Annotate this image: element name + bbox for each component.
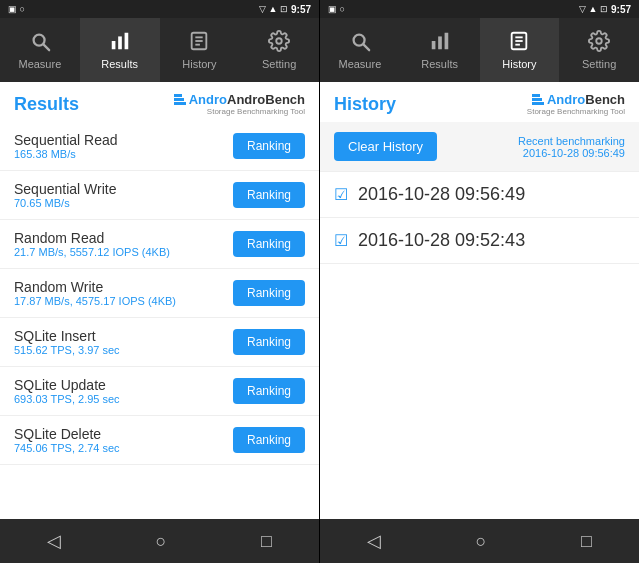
clear-history-button[interactable]: Clear History [334, 132, 437, 161]
result-sqlite-delete: SQLite Delete 745.06 TPS, 2.74 sec Ranki… [0, 416, 319, 465]
logo-brand-2: AndroBench [547, 92, 625, 107]
logo-chart-icon-2 [532, 94, 544, 105]
measure-icon-1 [29, 30, 51, 55]
result-name-3: Random Write [14, 279, 176, 295]
result-sqlite-insert: SQLite Insert 515.62 TPS, 3.97 sec Ranki… [0, 318, 319, 367]
status-time-2: 9:57 [611, 4, 631, 15]
history-item-0[interactable]: ☑ 2016-10-28 09:56:49 [320, 172, 639, 218]
result-value-6: 745.06 TPS, 2.74 sec [14, 442, 120, 454]
svg-rect-4 [124, 33, 128, 50]
nav-history-1[interactable]: History [160, 18, 240, 82]
nav-history-label-1: History [182, 58, 216, 70]
ranking-btn-6[interactable]: Ranking [233, 427, 305, 453]
result-info-1: Sequential Write 70.65 MB/s [14, 181, 116, 209]
logo-bar-1: AndroAndroBench [174, 92, 305, 107]
status-icons-left-2: ▣ ○ [328, 4, 345, 14]
home-button-2[interactable]: ○ [456, 523, 507, 560]
setting-icon-1 [268, 30, 290, 55]
content-area-history: History AndroBench Storage Benchmarking … [320, 82, 639, 519]
svg-rect-12 [431, 41, 435, 49]
status-signal-1: ▽ ▲ ⊡ [259, 4, 288, 14]
recents-button-1[interactable]: □ [241, 523, 292, 560]
measure-icon-2 [349, 30, 371, 55]
back-button-1[interactable]: ◁ [27, 522, 81, 560]
history-title: History [334, 94, 396, 115]
nav-setting-2[interactable]: Setting [559, 18, 639, 82]
history-section-header: History AndroBench Storage Benchmarking … [320, 82, 639, 122]
nav-measure-1[interactable]: Measure [0, 18, 80, 82]
nav-bar-2: Measure Results History Setting [320, 18, 639, 82]
home-button-1[interactable]: ○ [136, 523, 187, 560]
result-name-0: Sequential Read [14, 132, 118, 148]
clear-history-row: Clear History Recent benchmarking 2016-1… [320, 122, 639, 172]
status-bar-2: ▣ ○ ▽ ▲ ⊡ 9:57 [320, 0, 639, 18]
recents-button-2[interactable]: □ [561, 523, 612, 560]
nav-measure-label-1: Measure [18, 58, 61, 70]
svg-line-11 [364, 45, 370, 50]
result-info-0: Sequential Read 165.38 MB/s [14, 132, 118, 160]
status-right-1: ▽ ▲ ⊡ 9:57 [259, 4, 311, 15]
result-name-1: Sequential Write [14, 181, 116, 197]
svg-rect-2 [111, 41, 115, 49]
results-icon-1 [109, 30, 131, 55]
androbench-logo-1: AndroAndroBench Storage Benchmarking Too… [174, 92, 305, 116]
result-value-5: 693.03 TPS, 2.95 sec [14, 393, 120, 405]
phone-history: ▣ ○ ▽ ▲ ⊡ 9:57 Measure Results History [320, 0, 639, 563]
nav-setting-label-1: Setting [262, 58, 296, 70]
history-check-icon-0: ☑ [334, 185, 348, 204]
back-button-2[interactable]: ◁ [347, 522, 401, 560]
history-item-1[interactable]: ☑ 2016-10-28 09:52:43 [320, 218, 639, 264]
nav-results-2[interactable]: Results [400, 18, 480, 82]
nav-setting-label-2: Setting [582, 58, 616, 70]
result-sequential-read: Sequential Read 165.38 MB/s Ranking [0, 122, 319, 171]
nav-measure-label-2: Measure [338, 58, 381, 70]
history-date-1: 2016-10-28 09:52:43 [358, 230, 525, 251]
result-sqlite-update: SQLite Update 693.03 TPS, 2.95 sec Ranki… [0, 367, 319, 416]
svg-point-19 [596, 38, 602, 44]
result-info-6: SQLite Delete 745.06 TPS, 2.74 sec [14, 426, 120, 454]
history-check-icon-1: ☑ [334, 231, 348, 250]
nav-setting-1[interactable]: Setting [239, 18, 319, 82]
setting-icon-2 [588, 30, 610, 55]
ranking-btn-3[interactable]: Ranking [233, 280, 305, 306]
result-value-0: 165.38 MB/s [14, 148, 118, 160]
result-name-5: SQLite Update [14, 377, 120, 393]
nav-measure-2[interactable]: Measure [320, 18, 400, 82]
history-icon-2 [508, 30, 530, 55]
ranking-btn-0[interactable]: Ranking [233, 133, 305, 159]
nav-bar-1: Measure Results History Setting [0, 18, 319, 82]
recent-bench-date: 2016-10-28 09:56:49 [518, 147, 625, 159]
result-info-2: Random Read 21.7 MB/s, 5557.12 IOPS (4KB… [14, 230, 170, 258]
result-name-4: SQLite Insert [14, 328, 120, 344]
result-name-2: Random Read [14, 230, 170, 246]
result-random-read: Random Read 21.7 MB/s, 5557.12 IOPS (4KB… [0, 220, 319, 269]
svg-rect-3 [118, 36, 122, 49]
status-left-2: ▣ ○ [328, 4, 345, 14]
nav-results-label-1: Results [101, 58, 138, 70]
ranking-btn-1[interactable]: Ranking [233, 182, 305, 208]
logo-chart-icon-1 [174, 94, 186, 105]
ranking-btn-2[interactable]: Ranking [233, 231, 305, 257]
result-value-4: 515.62 TPS, 3.97 sec [14, 344, 120, 356]
result-info-3: Random Write 17.87 MB/s, 4575.17 IOPS (4… [14, 279, 176, 307]
nav-results-1[interactable]: Results [80, 18, 160, 82]
logo-bar-2: AndroBench [532, 92, 625, 107]
status-left-1: ▣ ○ [8, 4, 25, 14]
androbench-logo-2: AndroBench Storage Benchmarking Tool [527, 92, 625, 116]
result-info-5: SQLite Update 693.03 TPS, 2.95 sec [14, 377, 120, 405]
svg-rect-13 [438, 36, 442, 49]
result-value-2: 21.7 MB/s, 5557.12 IOPS (4KB) [14, 246, 170, 258]
svg-rect-14 [444, 33, 448, 50]
result-name-6: SQLite Delete [14, 426, 120, 442]
result-random-write: Random Write 17.87 MB/s, 4575.17 IOPS (4… [0, 269, 319, 318]
status-icons-left-1: ▣ ○ [8, 4, 25, 14]
recent-bench-info: Recent benchmarking 2016-10-28 09:56:49 [518, 135, 625, 159]
nav-history-2[interactable]: History [480, 18, 560, 82]
logo-sub-2: Storage Benchmarking Tool [527, 107, 625, 116]
ranking-btn-5[interactable]: Ranking [233, 378, 305, 404]
bottom-nav-2: ◁ ○ □ [320, 519, 639, 563]
nav-history-label-2: History [502, 58, 536, 70]
bottom-nav-1: ◁ ○ □ [0, 519, 319, 563]
ranking-btn-4[interactable]: Ranking [233, 329, 305, 355]
status-signal-2: ▽ ▲ ⊡ [579, 4, 608, 14]
